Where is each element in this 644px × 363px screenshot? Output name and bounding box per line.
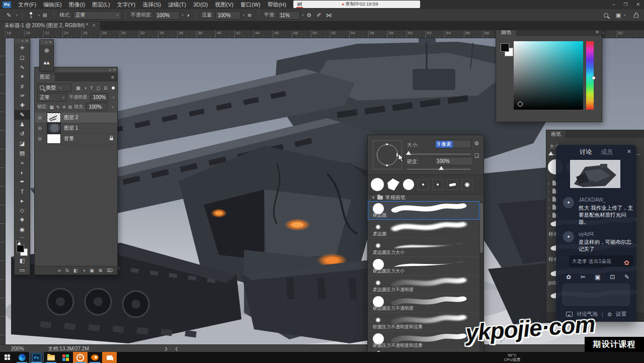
close-icon[interactable]: ✕ [113,68,116,72]
taskbar-photoshop[interactable]: Ps [29,352,44,363]
close-icon[interactable]: ✕ [627,148,631,155]
shape-filter-icon[interactable]: ◻ [96,85,100,90]
menu-item[interactable]: 文件(F) [15,0,40,9]
group-icon[interactable]: ▣ [90,268,94,273]
smoothing-options-gear-icon[interactable]: ⚙ [306,12,311,19]
menu-item[interactable]: 帮助(H) [264,0,290,9]
menu-item[interactable]: 3D(D) [190,0,211,9]
brush-tool[interactable]: ✎ [15,110,30,120]
flow-input[interactable]: 100% [215,11,240,20]
zoom-level[interactable]: 200% [11,346,24,351]
tab-discussion[interactable]: 讨论 [580,148,592,156]
edit-toolbar-button[interactable]: ⋯ [15,234,30,240]
taskbar-recorder[interactable] [73,352,88,363]
healing-brush-tool[interactable]: ✚ [15,101,30,110]
recent-brush-flat[interactable] [447,179,458,190]
size-input[interactable]: 9 像素 [434,140,471,148]
adjustment-icon[interactable]: ◑ [83,268,85,273]
path-select-tool[interactable]: ▸ [15,196,30,206]
menu-item[interactable]: 图像(I) [65,0,89,9]
menu-item[interactable]: 文字(Y) [114,0,139,9]
close-button[interactable]: ✕ [636,0,640,9]
layer-row[interactable]: ⊙ 图层 2 [35,113,117,123]
saturation-brightness-field[interactable] [514,41,583,110]
document-close-icon[interactable]: × [93,21,96,30]
hue-slider-thumb[interactable] [592,76,595,79]
screen-mode-button[interactable]: ▭ [15,265,30,275]
gradient-tool[interactable]: ▤ [15,148,30,158]
brush-preset-row[interactable]: 硬边圆压力不透明度 [368,294,479,313]
scissors-icon[interactable]: ✂ [581,274,586,281]
paint-symmetry-icon[interactable]: ⋈ [326,12,332,19]
smudge-tool[interactable]: ≈ [15,158,30,167]
layer-filter-select[interactable]: 类型∨ [37,83,71,92]
layer-opacity-input[interactable]: 100% [91,93,109,102]
menu-item[interactable]: 窗口(W) [237,0,264,9]
marquee-tool[interactable]: ◻ [15,53,30,62]
workspace-switcher-icon[interactable]: ▣ [616,12,621,19]
brush-preset-picker[interactable]: 8 [27,12,36,19]
dodge-tool[interactable]: ◐ [15,167,30,177]
move-tool[interactable]: ✛ [15,43,30,53]
photoshop-logo-icon[interactable]: Ps [3,2,11,8]
adjustment-filter-icon[interactable]: ◑ [84,85,87,90]
brush-preset-row[interactable]: 硬边圆压力大小 [368,257,479,276]
pressure-opacity-icon[interactable]: ◑ [186,12,190,18]
gear-icon[interactable]: ⚙ [474,140,479,147]
airbrush-icon[interactable]: ≋ [248,12,252,19]
default-colors-icon[interactable] [16,241,20,244]
layer-row[interactable]: ⊙ 背景 [35,134,117,144]
hand-tool[interactable]: ❖ [15,215,30,225]
collapse-icon[interactable]: » [45,41,47,44]
search-icon[interactable] [604,13,608,18]
layer-thumbnail[interactable] [47,134,61,144]
zoom-tool[interactable]: ◉ [15,225,30,234]
shared-image-thumbnail[interactable] [570,160,620,188]
layer-blend-mode-select[interactable]: 正常∨ [37,93,67,102]
brush-preset-row[interactable]: 硬边圆 [368,201,479,220]
recent-brush-small-dot[interactable] [418,179,429,190]
close-icon[interactable]: ✕ [49,40,52,44]
hardness-input[interactable]: 100% [434,157,473,165]
start-button[interactable] [0,352,15,363]
status-arrow-icon[interactable]: ❮ [175,346,178,351]
hue-slider[interactable] [586,41,594,110]
blend-mode-select[interactable]: 正常∨ [73,11,121,20]
brush-preset-row[interactable]: 软圆压力不透明度和流量 [368,313,479,331]
clone-stamp-tool[interactable]: ♟ [15,120,30,129]
color-picker-ring[interactable] [518,102,523,107]
tab-brushes[interactable]: 画笔 [546,130,566,138]
document-tab[interactable]: 未标题-1 @ 200% (图层 2, RGB/8#) * × [0,21,100,30]
shape-tool[interactable]: ◇ [15,206,30,215]
screenshot-icon[interactable]: ⊡ [610,274,615,281]
panel-menu-icon[interactable]: ≡ [111,74,114,80]
recent-brush-soft-dot[interactable] [461,179,472,190]
share-icon[interactable]: 凸 [633,12,639,19]
smoothing-input[interactable]: 11% [278,11,300,20]
menu-item[interactable]: 编辑(E) [40,0,65,9]
collapse-icon[interactable]: » [109,68,111,72]
flower-icon[interactable]: ✿ [566,274,571,281]
foreground-color-swatch[interactable] [17,245,24,252]
collapse-icon[interactable]: » [22,39,24,43]
color-swatches[interactable] [15,241,30,256]
layer-thumbnail[interactable] [47,123,61,133]
layer-row[interactable]: ⊙ 图层 1 [35,123,117,134]
recent-brush-small-dot[interactable] [432,179,443,190]
smart-object-filter-icon[interactable]: ⊡ [104,85,108,90]
foreground-color-swatch[interactable] [501,43,509,52]
type-filter-icon[interactable]: T [90,85,93,90]
pixel-filter-icon[interactable]: ▦ [76,85,80,90]
lock-pixels-icon[interactable]: ▦ [50,105,54,110]
new-layer-icon[interactable]: ⊞ [99,268,103,273]
taskbar-edge[interactable] [15,352,29,363]
histogram-icon[interactable]: ▴▴ [40,56,53,68]
visibility-eye-icon[interactable]: ⊙ [36,136,44,141]
menu-item[interactable]: 滤镜(T) [165,0,190,9]
magic-wand-tool[interactable]: ✶ [15,72,30,81]
visibility-eye-icon[interactable]: ⊙ [36,126,44,131]
brush-preset-row[interactable]: 柔边圆压力大小 [368,238,479,257]
lock-move-icon[interactable]: ✛ [62,105,66,110]
tab-layers[interactable]: 图层 [35,72,55,81]
opacity-input[interactable]: 100% [154,11,180,20]
